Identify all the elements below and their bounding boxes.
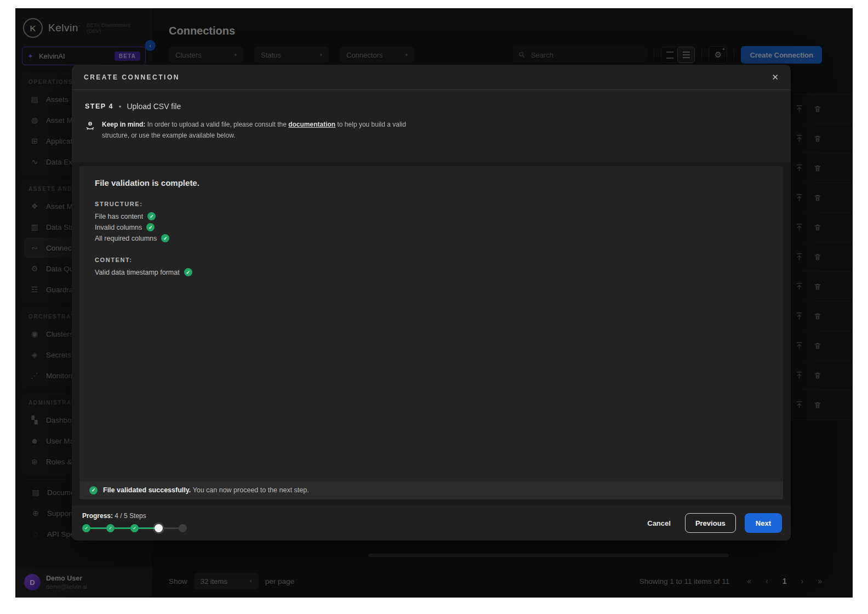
validation-item-label: Valid data timestamp format xyxy=(95,269,180,276)
step-bullet: • xyxy=(119,103,122,111)
next-button[interactable]: Next xyxy=(745,513,782,533)
note-text: Keep in mind: In order to upload a valid… xyxy=(102,119,431,141)
progress-stepper: ✓ ✓ ✓ xyxy=(82,524,187,532)
documentation-link[interactable]: documentation xyxy=(288,121,335,128)
content-group-label: CONTENT: xyxy=(95,257,768,263)
step-indicator: STEP 4 • Upload CSV file xyxy=(72,90,791,111)
hand-info-icon xyxy=(85,121,95,131)
progress-step xyxy=(155,524,163,532)
cancel-button[interactable]: Cancel xyxy=(642,519,676,527)
modal-body: File validation is complete. STRUCTURE: … xyxy=(72,162,791,541)
check-circle-icon: ✓ xyxy=(146,223,155,231)
structure-group-label: STRUCTURE: xyxy=(95,201,768,207)
check-circle-icon: ✓ xyxy=(89,486,98,494)
progress-step: ✓ xyxy=(130,524,139,532)
keep-in-mind-note: Keep in mind: In order to upload a valid… xyxy=(72,111,791,141)
validation-item-label: Invalid columns xyxy=(95,224,142,231)
create-connection-modal: CREATE CONNECTION ✕ STEP 4 • Upload CSV … xyxy=(72,65,791,541)
validation-item: Valid data timestamp format ✓ xyxy=(95,268,768,276)
validation-item: All required columns ✓ xyxy=(95,234,768,242)
modal-title: CREATE CONNECTION xyxy=(84,73,180,81)
step-label: STEP 4 xyxy=(85,103,113,110)
validation-heading: File validation is complete. xyxy=(95,178,768,187)
validation-item-label: File has content xyxy=(95,213,143,220)
progress-connector xyxy=(139,527,155,529)
validation-item-label: All required columns xyxy=(95,235,157,242)
progress-connector xyxy=(90,527,106,529)
validation-item: File has content ✓ xyxy=(95,212,768,220)
step-name: Upload CSV file xyxy=(127,102,181,111)
validation-item: Invalid columns ✓ xyxy=(95,223,768,231)
check-circle-icon: ✓ xyxy=(147,212,156,220)
check-circle-icon: ✓ xyxy=(184,268,192,276)
validation-panel: File validation is complete. STRUCTURE: … xyxy=(79,166,783,499)
previous-button[interactable]: Previous xyxy=(685,513,736,533)
progress-step: ✓ xyxy=(106,524,115,532)
progress-step: ✓ xyxy=(82,524,90,532)
modal-header: CREATE CONNECTION ✕ xyxy=(72,65,791,90)
close-icon[interactable]: ✕ xyxy=(772,72,779,82)
progress-step xyxy=(179,524,187,532)
check-circle-icon: ✓ xyxy=(161,234,169,242)
progress-label: Progress: 4 / 5 Steps xyxy=(82,512,187,520)
success-message-bar: ✓ File validated successfully. You can n… xyxy=(79,481,783,499)
progress-connector xyxy=(115,527,130,529)
modal-footer: Progress: 4 / 5 Steps ✓ ✓ xyxy=(72,505,791,541)
progress-connector xyxy=(163,527,179,529)
